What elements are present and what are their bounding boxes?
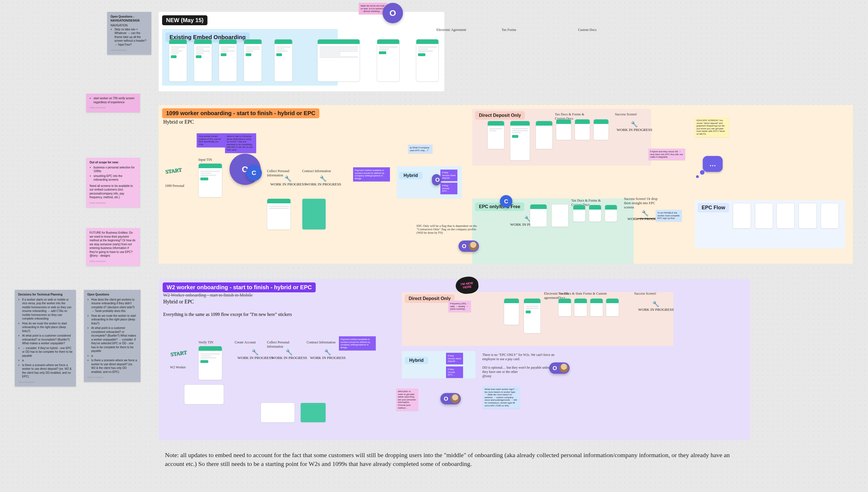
mock-screen[interactable] [777, 203, 795, 228]
mock-screen[interactable] [199, 163, 222, 197]
caption-tax-forms: Tax Forms [502, 28, 524, 32]
mock-screen[interactable] [733, 203, 751, 228]
sticky-hybrid-dd-epc[interactable]: If hybrid and they chose DD → drop them … [648, 149, 685, 160]
sticky-bullet: How do we route the worker to start onbo… [22, 322, 73, 333]
sticky-bullet: → consider: if they've hybrid - one EPC … [22, 346, 73, 358]
mock-screen[interactable] [317, 39, 360, 82]
sticky-payment-method[interactable]: Payment method available to workers shou… [353, 167, 390, 181]
caption-input-tin: Input TIN [199, 158, 212, 162]
mock-screen[interactable] [267, 198, 291, 230]
mock-screen[interactable] [821, 203, 839, 228]
mock-screen[interactable] [551, 204, 569, 227]
sticky-epc-choice-1099[interactable]: If they choose EPC… [440, 182, 457, 194]
mock-screen[interactable] [377, 39, 400, 82]
badge-hybrid: Hybrid [399, 172, 423, 179]
thought-bubble-icon: … [703, 156, 722, 172]
mock-screen[interactable] [605, 205, 617, 222]
badge-hybrid-w2: Hybrid [405, 357, 428, 364]
mock-screen[interactable] [244, 39, 262, 82]
avatar-icon [451, 394, 459, 403]
sticky-purple-2[interactable]: Need to talk to Chinenye about what they… [225, 133, 256, 153]
caption-success-drop: Success Screen! Or drop them straight in… [624, 197, 664, 210]
sticky-frequency[interactable]: Frequency (DD) → daily → weekly → (semi-… [448, 301, 471, 312]
presence-o-top[interactable]: O [383, 3, 403, 23]
presence-c-small[interactable]: C [246, 165, 262, 181]
wip-icon: WORK IN PROGRESS [616, 121, 652, 132]
sticky-educate[interactable]: EDUCATE SCREEN? You chose "direct deposi… [695, 117, 729, 137]
badge-dd-only-w2: Direct Deposit Only [405, 294, 454, 303]
sticky-epc-choice-w2[interactable]: If they choose EPC… [446, 366, 463, 378]
caption-verify-tin: Verify TIN [199, 340, 213, 345]
sticky-bullet: a. [22, 359, 73, 362]
mock-screen[interactable] [594, 119, 609, 140]
sticky-scope[interactable]: Out of scope for now: business v persona… [86, 158, 140, 207]
mock-screen[interactable] [558, 298, 571, 317]
wip-icon: WORK IN PROGRESS [306, 175, 341, 187]
sticky-around[interactable]: AROUND: in order to get paid within clie… [396, 389, 418, 411]
badge-w2: W2 worker onboarding - start to finish -… [163, 282, 316, 292]
sticky-author: Olivia Hotchkiss [89, 202, 137, 205]
sticky-title: Out of scope for now: [89, 161, 137, 165]
sticky-payment-method-w2[interactable]: Payment method available to workers shou… [339, 336, 376, 350]
mock-screen[interactable] [575, 119, 590, 140]
mock-screen[interactable] [574, 298, 587, 317]
sticky-purple-1[interactable]: Only accept certain combos of IDs, use f… [197, 133, 225, 147]
sticky-decisions[interactable]: Decisions for Technical Planning If a wo… [15, 290, 76, 387]
mock-screen[interactable] [589, 205, 601, 222]
sticky-author: Olivia Hotchkiss [89, 106, 137, 109]
mock-screen[interactable] [199, 346, 222, 380]
sticky-w2-signing[interactable]: What does each worker sign? → tax docs b… [483, 386, 520, 409]
sticky-company-epc[interactable]: a) What if company uses EPC only…? [408, 145, 432, 153]
mock-screen[interactable] [274, 39, 292, 82]
presence-o-hybrid[interactable]: O [432, 174, 441, 186]
mock-screen[interactable] [755, 203, 773, 228]
sticky-be-payable[interactable]: To be PAYABLE the worker must complete E… [656, 210, 682, 221]
mock-screen[interactable] [535, 121, 553, 149]
mock-screen[interactable] [556, 119, 571, 140]
wip-icon: WORK IN PROGRESS [638, 301, 674, 312]
sticky-open-questions[interactable]: Open Questions How does the client get w… [84, 290, 140, 382]
mock-screen[interactable] [573, 205, 585, 222]
mock-screen[interactable] [261, 403, 295, 422]
wip-icon: WORK IN PROGRESS [271, 349, 307, 360]
note-w2-no-epc-only: There is no "EPC ONLY" for W2s. We can't… [482, 353, 556, 378]
avatar-icon [469, 242, 478, 251]
presence-o-avatar-1[interactable]: O [458, 241, 479, 252]
sticky-bullet: Is there a scenario where we force a wor… [22, 363, 73, 378]
mock-screen[interactable] [219, 39, 237, 82]
mock-screen[interactable] [606, 298, 619, 317]
presence-o-avatar-2[interactable]: O [549, 362, 570, 374]
sticky-bullet: a. [91, 354, 137, 358]
mock-screen[interactable] [169, 39, 187, 82]
mock-screen[interactable] [504, 298, 519, 325]
mock-screen[interactable] [798, 203, 817, 228]
mock-screen[interactable] [416, 39, 439, 82]
mock-screen[interactable] [300, 403, 326, 422]
mock-screen[interactable] [530, 204, 547, 227]
sticky-nav-design[interactable]: Open Questions - NAVIGATION/DESIGN NAVIG… [107, 12, 151, 55]
mock-screen[interactable] [194, 39, 212, 82]
sticky-tin[interactable]: start worker on TIN verify screen regard… [86, 94, 140, 112]
caption-success-w2: Success Screen! [634, 292, 656, 296]
w2-sameas: Everything is the same as 1099 flow exce… [163, 312, 362, 317]
sticky-author: Olivia Hotchkiss [89, 260, 137, 263]
presence-c-epc[interactable]: C [500, 195, 512, 207]
mock-screen[interactable] [524, 298, 541, 334]
sticky-author: Olivia Hotchkiss [87, 376, 137, 379]
sticky-dd-choice-w2[interactable]: If they choose direct deposit… [446, 353, 463, 364]
sticky-future[interactable]: FUTURE for Business Entities: Do we need… [86, 228, 140, 266]
mock-screen[interactable] [590, 298, 603, 317]
mock-screen[interactable] [184, 385, 224, 404]
mock-screen[interactable] [488, 121, 504, 149]
sticky-dd-choice-1099[interactable]: If they choose direct deposit… [440, 170, 457, 181]
sticky-bullet: If a worker starts on web or mobile or v… [22, 298, 73, 321]
sticky-body: Need all screens to be available to our … [89, 184, 137, 199]
mock-screen[interactable] [510, 121, 530, 161]
presence-o-avatar-3[interactable]: O [440, 393, 461, 404]
caption-electronic-agreement: Electronic Agreement [437, 28, 470, 32]
start-sticker-w2: START [170, 347, 187, 360]
wip-icon: WORK IN PROGRESS [237, 349, 273, 360]
mock-screen[interactable] [302, 198, 326, 230]
badge-new-may15: NEW (May 15) [162, 15, 207, 25]
frame-hybrid-w2[interactable]: Hybrid [402, 351, 475, 378]
